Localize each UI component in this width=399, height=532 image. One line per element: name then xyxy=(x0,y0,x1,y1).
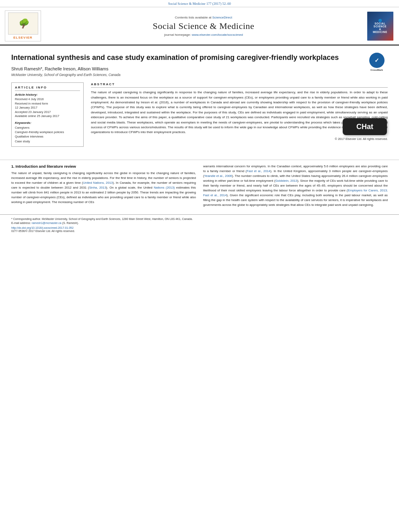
received-revised-date: 12 January 2017 xyxy=(15,106,80,110)
article-title-text: International synthesis and case study e… xyxy=(11,53,339,62)
copyright-line: © 2017 Elsevier Ltd. All rights reserved… xyxy=(91,137,388,141)
footnote-area: * Corresponding author. McMaster Univers… xyxy=(0,214,399,234)
section1-heading: 1. Introduction and literature review xyxy=(11,164,196,168)
email-note: E-mail address: ramesh1@mcmaster.ca (S. … xyxy=(11,221,388,226)
contents-text: Contents lists available at xyxy=(175,16,212,19)
keywords-list: Caregivers Caregiver-friendly workplace … xyxy=(15,125,80,144)
article-history-title: Article history: xyxy=(15,93,80,97)
available-date: Available online 25 January 2017 xyxy=(15,114,80,119)
body-col-left: 1. Introduction and literature review Th… xyxy=(11,164,196,210)
crossmark-label: CrossMark xyxy=(370,68,383,72)
elsevier-brand: ELSEVIER xyxy=(13,36,33,39)
article-title: International synthesis and case study e… xyxy=(11,53,388,62)
article-info-title: ARTICLE INFO xyxy=(15,86,80,91)
citation-sinha[interactable]: Sinha, 2013 xyxy=(89,186,106,189)
tree-icon: 🌳 xyxy=(18,18,29,29)
journal-thumbnail: 🌐 SOCIAL SCIENCE & MEDICINE xyxy=(366,10,394,41)
doi-text[interactable]: http://dx.doi.org/10.1016/j.socscimed.20… xyxy=(11,226,388,229)
homepage-link[interactable]: www.elsevier.com/locate/socscimed xyxy=(192,33,243,37)
received-revised-label: Received in revised form xyxy=(15,102,80,106)
info-abstract-section: ARTICLE INFO Article history: Received 4… xyxy=(11,82,388,147)
accepted-date: Accepted 23 January 2017 xyxy=(15,110,80,115)
article-history: Received 4 July 2016 Received in revised… xyxy=(15,97,80,119)
citation-nations-2013[interactable]: Nations (2013) xyxy=(154,186,175,189)
elsevier-logo: 🌳 ELSEVIER xyxy=(5,10,41,41)
section1-col-left-text: The nature of unpaid, family caregiving … xyxy=(11,171,196,205)
crossmark: ✓ CrossMark xyxy=(366,53,388,72)
journal-cover-image: 🌐 SOCIAL SCIENCE & MEDICINE xyxy=(367,12,393,41)
journal-homepage: journal homepage: www.elsevier.com/locat… xyxy=(164,33,243,37)
article-info-box: ARTICLE INFO Article history: Received 4… xyxy=(11,82,84,147)
corresponding-text: * Corresponding author. McMaster Univers… xyxy=(11,218,193,220)
page: Social Science & Medicine 177 (2017) 52–… xyxy=(0,0,399,532)
contents-available: Contents lists available at ScienceDirec… xyxy=(175,16,232,19)
crossmark-icon: ✓ xyxy=(369,53,385,68)
chat-button-area: CHat xyxy=(343,118,391,138)
issn-text: 0277-9536/© 2017 Elsevier Ltd. All right… xyxy=(11,230,388,232)
journal-center: Contents lists available at ScienceDirec… xyxy=(45,10,362,41)
journal-header: 🌳 ELSEVIER Contents lists available at S… xyxy=(0,7,399,45)
journal-citation-bar: Social Science & Medicine 177 (2017) 52–… xyxy=(0,0,399,7)
keyword-qualitative: Qualitative interviews xyxy=(15,134,80,139)
body-col-right: warrants international concern for emplo… xyxy=(203,164,388,210)
affiliation: McMaster University, School of Geography… xyxy=(11,73,388,77)
keyword-case-study: Case study xyxy=(15,139,80,144)
journal-title: Social Science & Medicine xyxy=(153,21,255,31)
email-name: (S. Ramesh). xyxy=(62,222,79,224)
abstract-title: ABSTRACT xyxy=(91,82,388,88)
citation-goldstein[interactable]: Goldstein, 2013 xyxy=(275,179,297,183)
homepage-label: journal homepage: xyxy=(164,33,192,37)
citation-united-nations[interactable]: United Nations, 2013 xyxy=(83,181,113,185)
email-label: E-mail address: xyxy=(11,222,32,224)
section1-col-right-text: warrants international concern for emplo… xyxy=(203,164,388,208)
sciencedirect-link[interactable]: ScienceDirect xyxy=(212,16,232,19)
elsevier-logo-image: 🌳 xyxy=(8,12,38,35)
keywords-title: Keywords: xyxy=(15,121,80,125)
email-link[interactable]: ramesh1@mcmaster.ca xyxy=(32,222,62,224)
chat-button[interactable]: CHat xyxy=(343,118,387,135)
citation-fast[interactable]: Fast et al., 2014 xyxy=(247,169,270,173)
cover-icon: 🌐 xyxy=(378,19,382,22)
citation-yeandle[interactable]: Yeandle et al., 2006 xyxy=(204,174,232,178)
keyword-caregivers: Caregivers xyxy=(15,125,80,130)
citation-employers-carers[interactable]: Employers for Carers, 2013; Fast et al.,… xyxy=(203,189,388,197)
corresponding-author-note: * Corresponding author. McMaster Univers… xyxy=(11,217,388,222)
article-main: International synthesis and case study e… xyxy=(0,45,399,156)
body-section: 1. Introduction and literature review Th… xyxy=(0,160,399,214)
journal-citation-text: Social Science & Medicine 177 (2017) 52–… xyxy=(168,2,231,6)
received-date: Received 4 July 2016 xyxy=(15,97,80,102)
authors: Shruti Ramesh*, Rachelle Ireson, Allison… xyxy=(11,66,388,71)
keyword-cfwp: Caregiver-friendly workplace policies xyxy=(15,130,80,134)
